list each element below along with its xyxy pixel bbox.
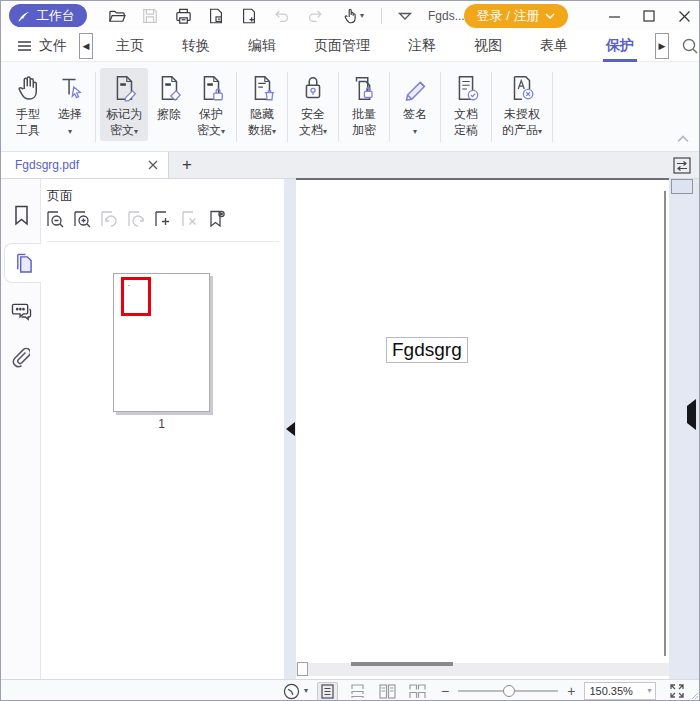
collapse-toolbar-icon[interactable] [395,6,415,26]
dropdown-caret-icon: ▾ [360,11,364,21]
ribbon-mark-redaction[interactable]: 标记为密文▾ [100,68,148,141]
tab-home[interactable]: 主页 [97,31,163,62]
right-panel-strip[interactable] [669,179,700,679]
minimize-button[interactable] [597,1,631,31]
insert-page-icon[interactable] [153,209,172,228]
zoom-slider-handle[interactable] [503,685,515,697]
ribbon-protect-redaction[interactable]: 保护密文▾ [190,68,232,141]
ribbon-label: 标记为 [106,107,142,121]
scroll-tabs-right-button[interactable]: ▶ [655,33,669,59]
dropdown-caret-icon: ▾ [68,127,72,136]
ribbon-hide-data[interactable]: 隐藏数据▾ [241,68,283,141]
save-icon[interactable] [140,6,160,26]
page-bookmark-icon[interactable] [207,209,226,228]
collapse-right-panel-handle[interactable] [687,406,696,424]
login-register-button[interactable]: 登录 / 注册 [464,4,568,28]
rotate-left-icon[interactable] [99,209,118,228]
swap-view-icon[interactable] [671,155,693,176]
page-thumbnail[interactable]: - [113,273,210,412]
hand-pointer-tool[interactable]: ▾ [338,6,368,26]
hamburger-icon [17,40,32,52]
zoom-level-input[interactable]: 150.35% ▾ [584,682,656,700]
close-button[interactable] [667,1,700,31]
ribbon-label: 安全 [301,107,325,121]
ribbon-hand-tool[interactable]: 手型工具 [7,68,49,141]
facing-view-button[interactable] [377,682,398,701]
scrollbar-corner-box[interactable] [297,662,308,676]
facing-continuous-view-button[interactable] [407,682,428,701]
dropdown-caret-icon[interactable]: ▾ [304,686,308,696]
ribbon-sign[interactable]: 签名▾ [394,68,436,141]
comments-icon [11,302,32,321]
tab-edit[interactable]: 编辑 [229,31,295,62]
dropdown-caret-icon: ▾ [323,127,327,136]
dropdown-caret-icon: ▾ [221,127,225,136]
document-plus-icon[interactable] [239,6,259,26]
thumbnail-zoom-in-icon[interactable] [72,209,91,228]
ribbon-label: 数据 [248,123,272,137]
delete-page-icon[interactable] [180,209,199,228]
bookmarks-panel-button[interactable] [1,195,41,235]
scroll-tabs-left-button[interactable]: ◀ [79,33,93,59]
ribbon-erase[interactable]: 擦除 [148,68,190,125]
tab-view[interactable]: 视图 [455,31,521,62]
collapse-left-panel-handle[interactable] [284,179,296,679]
ribbon-label: 的产品 [502,123,538,137]
continuous-view-button[interactable] [347,682,368,701]
horizontal-scrollbar[interactable] [296,663,669,676]
zoom-slider[interactable] [458,684,558,698]
redaction-mark-rect[interactable]: - [121,277,151,316]
document-tab[interactable]: Fgdsgrg.pdf [1,152,169,178]
pages-panel-button[interactable] [4,243,42,283]
ribbon-label: 擦除 [157,107,181,121]
rotate-right-icon[interactable] [126,209,145,228]
login-label: 登录 / 注册 [477,7,540,25]
attachments-panel-button[interactable] [1,337,41,377]
workspace-button[interactable]: 工作台 [9,4,87,27]
ribbon-select[interactable]: 选择▾ [49,68,91,141]
menu-bar: 文件 ◀ 主页 转换 编辑 页面管理 注释 视图 表单 保护 ▶ [1,31,700,62]
bookmark-icon [12,205,31,226]
ribbon-label: 保护 [199,107,223,121]
page-text-field[interactable]: Fgdsgrg [386,337,468,363]
reading-mode-button[interactable] [283,683,300,700]
tab-comment[interactable]: 注释 [389,31,455,62]
fullscreen-button[interactable] [669,683,685,699]
print-icon[interactable] [173,6,193,26]
collapse-ribbon-icon[interactable] [677,135,689,143]
resize-grip[interactable] [691,692,699,700]
titlebar-separator [381,8,382,24]
file-menu[interactable]: 文件 [17,37,67,55]
single-page-view-button[interactable] [317,682,338,701]
new-tab-button[interactable]: + [177,155,197,175]
document-view[interactable]: Fgdsgrg [296,179,669,679]
zoom-out-button[interactable]: − [441,684,449,698]
horizontal-scrollbar-thumb[interactable] [351,662,453,666]
tab-close-icon[interactable] [148,160,158,170]
tab-form[interactable]: 表单 [521,31,587,62]
open-folder-icon[interactable] [107,6,127,26]
ribbon-batch-encrypt[interactable]: 批量加密 [343,68,385,141]
tab-protect[interactable]: 保护 [587,31,653,62]
ribbon-label: 签名 [403,107,427,121]
ribbon-separator [95,72,96,142]
tab-convert[interactable]: 转换 [163,31,229,62]
document-minus-icon[interactable] [206,6,226,26]
search-icon[interactable] [681,37,699,55]
page-top-shadow [296,178,669,180]
maximize-button[interactable] [632,1,666,31]
redo-icon[interactable] [305,6,325,26]
undo-icon[interactable] [272,6,292,26]
ribbon-unauthorized-products[interactable]: 未授权的产品▾ [496,68,548,141]
thumbnail-zoom-out-icon[interactable] [45,209,64,228]
finalize-document-icon [451,73,481,103]
chevron-down-icon [545,12,555,20]
ribbon-secure-document[interactable]: 安全文档▾ [292,68,334,141]
tab-page-management[interactable]: 页面管理 [295,31,389,62]
ribbon-finalize-document[interactable]: 文档定稿 [445,68,487,141]
ribbon-separator [440,72,441,142]
pages-icon [14,253,33,274]
zoom-in-button[interactable]: + [567,684,575,698]
comments-panel-button[interactable] [1,291,41,331]
vertical-scrollbar-thumb[interactable] [671,179,693,194]
